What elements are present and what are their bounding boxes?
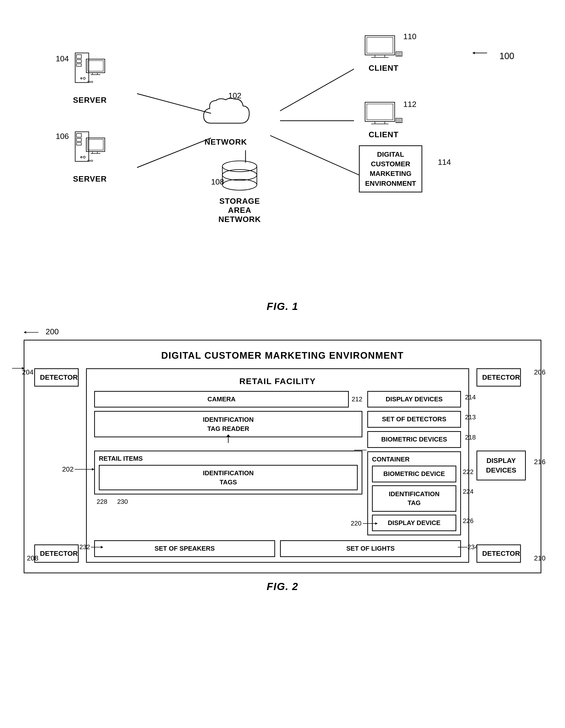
- svg-rect-43: [365, 102, 395, 121]
- svg-line-1: [137, 138, 211, 168]
- ref-102: 102: [228, 91, 241, 100]
- svg-rect-8: [76, 60, 81, 63]
- display-devices-box: DISPLAY DEVICES: [367, 391, 461, 408]
- ref-108: 108: [211, 177, 224, 186]
- dcme-node: DIGITAL CUSTOMER MARKETING ENVIRONMENT: [359, 145, 422, 192]
- svg-marker-63: [101, 546, 103, 548]
- ref-104: 104: [56, 54, 69, 63]
- svg-line-0: [137, 94, 211, 113]
- svg-rect-17: [91, 81, 93, 83]
- svg-rect-20: [76, 138, 81, 141]
- set-of-detectors-box: SET OF DETECTORS: [367, 411, 461, 428]
- facility-left-col: CAMERA 212 IDENTIFICATION TAG READER: [94, 391, 362, 506]
- retail-items-outer: RETAIL ITEMS IDENTIFICATION TAGS: [94, 451, 362, 494]
- ref-228-label: [354, 446, 369, 454]
- container-outer: CONTAINER BIOMETRIC DEVICE 222 IDENTIFIC…: [367, 451, 461, 535]
- detector-bottom-right-wrapper: 210 DETECTOR: [477, 544, 531, 563]
- svg-point-30: [222, 161, 257, 172]
- detector-bottom-right: DETECTOR: [477, 544, 521, 563]
- container-inner: BIOMETRIC DEVICE 222 IDENTIFICATION TAG …: [372, 466, 456, 531]
- fig1-diagram: NETWORK 102 SERVER 104: [24, 15, 541, 286]
- svg-marker-58: [226, 434, 230, 437]
- id-tags-box: IDENTIFICATION TAGS: [99, 465, 358, 490]
- ref-226-label: 226: [463, 517, 474, 525]
- svg-rect-35: [365, 36, 395, 55]
- display-devices-right: DISPLAY DEVICES: [477, 451, 526, 480]
- biometric-devices-box: BIOMETRIC DEVICES: [367, 431, 461, 448]
- svg-rect-9: [76, 64, 81, 66]
- server-icon-2: [74, 131, 106, 172]
- detector-top-left: DETECTOR: [34, 368, 79, 387]
- fig2-outer-box: DIGITAL CUSTOMER MARKETING ENVIRONMENT 2…: [24, 340, 541, 574]
- svg-point-22: [83, 156, 85, 158]
- ref-234-label: 234: [455, 543, 478, 551]
- server2-node: SERVER: [73, 131, 107, 184]
- facility-right-col: DISPLAY DEVICES 214 SET OF DETECTORS 213…: [367, 391, 461, 536]
- svg-line-5: [270, 135, 359, 175]
- set-of-lights-box: SET OF LIGHTS: [280, 540, 461, 557]
- ref-112: 112: [403, 100, 416, 109]
- fig2-inner-row: 204 DETECTOR 208 DETECTOR RETAIL FA: [34, 368, 531, 563]
- svg-marker-56: [22, 367, 24, 370]
- ref-218-label: 218: [465, 434, 476, 441]
- display-devices-right-wrapper: 216 DISPLAY DEVICES: [477, 451, 531, 480]
- svg-marker-54: [24, 331, 26, 334]
- ref-114: 114: [438, 158, 451, 167]
- svg-marker-66: [92, 468, 94, 471]
- svg-rect-29: [91, 160, 93, 161]
- server-icon: [74, 52, 106, 94]
- ref-206: 206: [534, 368, 546, 376]
- set-of-speakers-box: SET OF SPEAKERS: [94, 540, 275, 557]
- fig2-diagram: 200 DIGITAL CUSTOMER MARKETING ENVIRONME…: [24, 327, 541, 573]
- id-tag-box: IDENTIFICATION TAG: [372, 485, 456, 512]
- camera-box: CAMERA: [94, 391, 349, 408]
- svg-point-11: [81, 78, 82, 79]
- detector-bottom-left: DETECTOR: [34, 544, 79, 563]
- ref-216: 216: [534, 458, 546, 466]
- server1-node: SERVER: [73, 52, 107, 105]
- right-col: 206 DETECTOR 216 DISPLAY DEVICES 210 DET…: [477, 368, 531, 563]
- svg-rect-7: [76, 55, 81, 58]
- svg-line-3: [280, 69, 354, 111]
- detector-top-right: DETECTOR: [477, 368, 521, 387]
- monitor-icon: [364, 34, 403, 62]
- ref-110: 110: [403, 32, 416, 41]
- ref-100: 100: [472, 47, 514, 61]
- ref-220-label: 220: [351, 520, 378, 527]
- svg-point-23: [81, 156, 82, 158]
- ref-214-label: 214: [465, 393, 476, 401]
- svg-rect-37: [375, 55, 385, 57]
- ref-222-label: 222: [463, 468, 474, 476]
- id-tag-reader-box: IDENTIFICATION TAG READER: [94, 411, 362, 437]
- client2-node: CLIENT: [364, 101, 403, 139]
- svg-point-34: [222, 169, 257, 180]
- fig2-center-box: RETAIL FACILITY CAMERA 212 IDENTI: [86, 368, 469, 563]
- svg-marker-61: [375, 522, 378, 525]
- ref-232b-label: 232: [79, 543, 103, 551]
- ref-210: 210: [534, 554, 546, 562]
- ref-200-label: 200: [24, 327, 59, 336]
- svg-rect-44: [367, 104, 393, 120]
- svg-rect-21: [76, 143, 81, 145]
- network-node: NETWORK: [201, 96, 250, 147]
- svg-rect-25: [88, 139, 103, 150]
- fig2-caption: FIG. 2: [20, 581, 545, 593]
- cloud-icon: [201, 96, 250, 135]
- ref-212-label: 212: [351, 395, 362, 403]
- monitor-icon-2: [364, 101, 403, 128]
- bottom-row: SET OF SPEAKERS 232 SET OF LIGHTS: [94, 540, 461, 557]
- svg-rect-45: [375, 121, 385, 124]
- display-device-box: DISPLAY DEVICE: [372, 515, 456, 531]
- svg-point-10: [83, 77, 85, 79]
- svg-rect-13: [88, 61, 103, 71]
- biometric-device-box: BIOMETRIC DEVICE: [372, 466, 456, 482]
- ref-202-label: 202: [62, 465, 94, 473]
- svg-rect-36: [367, 37, 393, 53]
- refs-228-230: 228 230: [94, 498, 362, 506]
- ref-106: 106: [56, 132, 69, 141]
- svg-rect-19: [76, 134, 81, 137]
- ref-224-label: 224: [463, 488, 474, 495]
- storage-node: STORAGE AREA NETWORK: [218, 160, 261, 224]
- svg-marker-52: [472, 52, 475, 54]
- db-icon: [220, 160, 259, 195]
